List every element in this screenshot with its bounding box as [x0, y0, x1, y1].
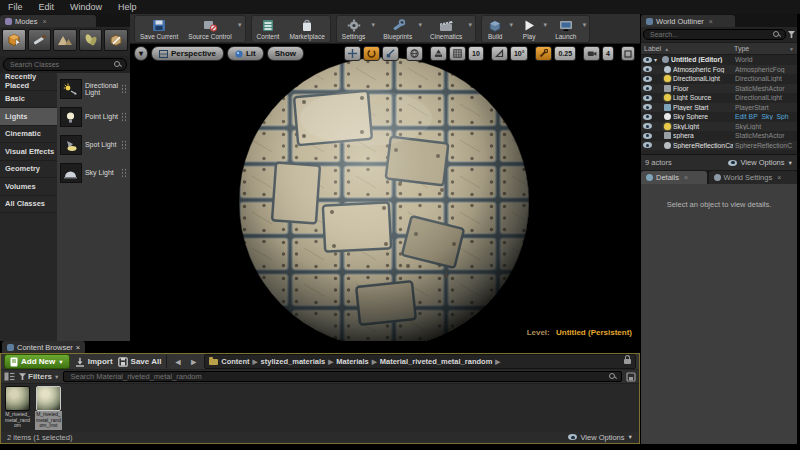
breadcrumb-stylized-materials[interactable]: stylized_materials — [261, 357, 326, 366]
asset-tile-material-instance[interactable]: M_riveted_metal_random_Inst — [35, 386, 62, 429]
category-volumes[interactable]: Volumes — [0, 178, 57, 196]
tab-content-browser[interactable]: Content Browser × — [2, 341, 85, 353]
outliner-row-skylight[interactable]: SkyLight SkyLight — [641, 122, 797, 132]
menu-window[interactable]: Window — [62, 2, 110, 12]
grid-snap-button[interactable] — [449, 46, 466, 61]
drag-grip-icon[interactable] — [121, 168, 127, 178]
visibility-eye-icon[interactable] — [643, 57, 652, 63]
item-directional-light[interactable]: Directional Light — [57, 75, 130, 103]
category-lights[interactable]: Lights — [0, 108, 57, 126]
outliner-row-sky-sphere[interactable]: Sky Sphere Edit BP_Sky_Sph — [641, 112, 797, 122]
category-basic[interactable]: Basic — [0, 91, 57, 109]
tab-modes[interactable]: Modes × — [0, 15, 96, 27]
rotation-snap-button[interactable] — [491, 46, 508, 61]
rotation-snap-value[interactable]: 10° — [510, 46, 529, 61]
import-button[interactable]: Import — [75, 357, 113, 367]
outliner-row-light-source[interactable]: Light Source DirectionalLight — [641, 93, 797, 103]
save-search-icon[interactable] — [626, 372, 636, 382]
source-control-button[interactable]: Source Control — [183, 16, 236, 42]
drag-grip-icon[interactable] — [121, 112, 127, 122]
close-icon[interactable]: × — [709, 18, 713, 25]
visibility-eye-icon[interactable] — [643, 85, 652, 91]
save-all-button[interactable]: Save All — [118, 357, 162, 367]
column-label[interactable]: Label ▲ — [644, 45, 734, 52]
chevron-down-icon[interactable]: ▼ — [417, 22, 425, 36]
content-button[interactable]: Content — [252, 16, 285, 42]
visibility-eye-icon[interactable] — [643, 95, 652, 101]
filters-button[interactable]: Filters ▼ — [19, 372, 59, 381]
visibility-eye-icon[interactable] — [643, 104, 652, 110]
menu-help[interactable]: Help — [110, 2, 145, 12]
search-classes-input[interactable] — [8, 60, 114, 69]
edit-blueprint-link[interactable]: Edit BP_Sky_Sph — [735, 113, 795, 120]
outliner-row-sphere-reflection-capture[interactable]: SphereReflectionCapture SphereReflection… — [641, 141, 797, 151]
item-sky-light[interactable]: Sky Light — [57, 159, 130, 187]
chevron-down-icon[interactable]: ▼ — [508, 22, 516, 36]
cinematics-button[interactable]: Cinematics — [425, 16, 467, 42]
viewport-options-button[interactable]: ▾ — [134, 46, 148, 61]
close-icon[interactable]: × — [684, 174, 688, 181]
outliner-row-sphera[interactable]: sphera StaticMeshActor — [641, 131, 797, 141]
chevron-down-icon[interactable]: ▼ — [542, 22, 550, 36]
filter-icon[interactable] — [788, 31, 795, 38]
outliner-row-player-start[interactable]: Player Start PlayerStart — [641, 103, 797, 113]
asset-tile-material[interactable]: M_riveted_metal_random — [4, 386, 31, 429]
item-spot-light[interactable]: Spot Light — [57, 131, 130, 159]
menu-edit[interactable]: Edit — [31, 2, 63, 12]
visibility-eye-icon[interactable] — [643, 76, 652, 82]
settings-button[interactable]: Settings — [337, 16, 371, 42]
show-button[interactable]: Show — [267, 46, 304, 61]
launch-button[interactable]: Launch — [550, 16, 581, 42]
mode-landscape-button[interactable] — [53, 29, 77, 51]
forward-button[interactable]: ► — [188, 357, 199, 367]
breadcrumb-content[interactable]: Content — [221, 357, 249, 366]
visibility-eye-icon[interactable] — [643, 123, 652, 129]
outliner-row-world[interactable]: ▾ Untitled (Editor) World — [641, 55, 797, 65]
category-all-classes[interactable]: All Classes — [0, 196, 57, 214]
camera-speed-button[interactable] — [583, 46, 600, 61]
chevron-down-icon[interactable]: ▼ — [581, 22, 589, 36]
tab-world-settings[interactable]: World Settings × — [709, 171, 797, 184]
translate-tool-button[interactable] — [344, 46, 361, 61]
close-icon[interactable]: × — [777, 174, 781, 181]
surface-snap-button[interactable] — [430, 46, 447, 61]
chevron-down-icon[interactable]: ▼ — [467, 22, 475, 36]
perspective-button[interactable]: Perspective — [151, 46, 224, 61]
viewport-canvas[interactable]: ▾ Perspective Lit Show — [130, 44, 640, 341]
back-button[interactable]: ◄ — [172, 357, 183, 367]
menu-file[interactable]: File — [0, 2, 31, 12]
drag-grip-icon[interactable] — [121, 140, 127, 150]
marketplace-button[interactable]: Marketplace — [284, 16, 329, 42]
rotate-tool-button[interactable] — [363, 46, 380, 61]
close-icon[interactable]: × — [43, 18, 47, 25]
world-coordinate-button[interactable] — [406, 46, 423, 61]
add-new-button[interactable]: Add New ▼ — [4, 354, 70, 369]
chevron-down-icon[interactable]: ▼ — [237, 22, 245, 36]
visibility-eye-icon[interactable] — [643, 133, 652, 139]
chevron-down-icon[interactable]: ▼ — [370, 22, 378, 36]
expander-icon[interactable]: ▾ — [654, 56, 660, 63]
tab-details[interactable]: Details × — [641, 171, 707, 184]
outliner-search-input[interactable] — [648, 30, 773, 39]
category-recently-placed[interactable]: Recently Placed — [0, 73, 57, 91]
asset-search-input[interactable] — [68, 371, 609, 382]
visibility-eye-icon[interactable] — [643, 142, 652, 148]
breadcrumb-material-riveted-metal-random[interactable]: Material_riveted_metal_random — [380, 357, 493, 366]
camera-speed-value[interactable]: 4 — [602, 46, 614, 61]
content-view-options-button[interactable]: View Options ▼ — [568, 433, 633, 442]
category-cinematic[interactable]: Cinematic — [0, 126, 57, 144]
tab-world-outliner[interactable]: World Outliner × — [641, 15, 735, 27]
outliner-row-floor[interactable]: Floor StaticMeshActor — [641, 84, 797, 94]
visibility-eye-icon[interactable] — [643, 66, 652, 72]
outliner-row-directionallight[interactable]: DirectionalLight DirectionalLight — [641, 74, 797, 84]
mode-place-button[interactable] — [2, 29, 26, 51]
scale-tool-button[interactable] — [382, 46, 399, 61]
blueprints-button[interactable]: Blueprints — [378, 16, 417, 42]
outliner-view-options-button[interactable]: View Options ▼ — [728, 158, 793, 167]
close-icon[interactable]: × — [76, 343, 80, 352]
scale-snap-button[interactable] — [535, 46, 552, 61]
breadcrumb-materials[interactable]: Materials — [336, 357, 369, 366]
save-current-button[interactable]: Save Current — [135, 16, 183, 42]
scale-snap-value[interactable]: 0.25 — [554, 46, 576, 61]
category-visual-effects[interactable]: Visual Effects — [0, 143, 57, 161]
